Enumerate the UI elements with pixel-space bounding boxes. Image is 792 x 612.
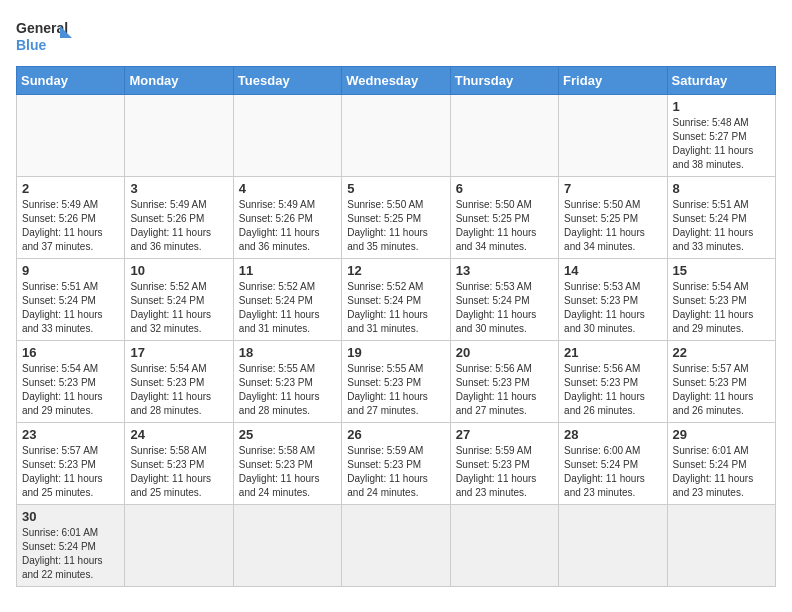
day-number: 10: [130, 263, 227, 278]
day-info: Sunrise: 5:51 AM Sunset: 5:24 PM Dayligh…: [673, 198, 770, 254]
calendar-cell: [125, 95, 233, 177]
week-row-5: 23Sunrise: 5:57 AM Sunset: 5:23 PM Dayli…: [17, 423, 776, 505]
day-number: 3: [130, 181, 227, 196]
calendar-cell: 13Sunrise: 5:53 AM Sunset: 5:24 PM Dayli…: [450, 259, 558, 341]
day-info: Sunrise: 6:01 AM Sunset: 5:24 PM Dayligh…: [22, 526, 119, 582]
day-number: 7: [564, 181, 661, 196]
calendar-cell: 27Sunrise: 5:59 AM Sunset: 5:23 PM Dayli…: [450, 423, 558, 505]
calendar-cell: 7Sunrise: 5:50 AM Sunset: 5:25 PM Daylig…: [559, 177, 667, 259]
day-number: 13: [456, 263, 553, 278]
day-number: 17: [130, 345, 227, 360]
generalblue-logo-icon: GeneralBlue: [16, 16, 76, 56]
calendar-cell: [17, 95, 125, 177]
days-header-row: SundayMondayTuesdayWednesdayThursdayFrid…: [17, 67, 776, 95]
day-number: 28: [564, 427, 661, 442]
calendar-cell: [559, 505, 667, 587]
calendar-cell: 30Sunrise: 6:01 AM Sunset: 5:24 PM Dayli…: [17, 505, 125, 587]
calendar-cell: 15Sunrise: 5:54 AM Sunset: 5:23 PM Dayli…: [667, 259, 775, 341]
calendar-cell: 28Sunrise: 6:00 AM Sunset: 5:24 PM Dayli…: [559, 423, 667, 505]
week-row-3: 9Sunrise: 5:51 AM Sunset: 5:24 PM Daylig…: [17, 259, 776, 341]
day-number: 18: [239, 345, 336, 360]
calendar-cell: 25Sunrise: 5:58 AM Sunset: 5:23 PM Dayli…: [233, 423, 341, 505]
day-info: Sunrise: 5:54 AM Sunset: 5:23 PM Dayligh…: [130, 362, 227, 418]
header-sunday: Sunday: [17, 67, 125, 95]
calendar-cell: 3Sunrise: 5:49 AM Sunset: 5:26 PM Daylig…: [125, 177, 233, 259]
day-info: Sunrise: 5:53 AM Sunset: 5:23 PM Dayligh…: [564, 280, 661, 336]
day-number: 1: [673, 99, 770, 114]
day-number: 2: [22, 181, 119, 196]
day-info: Sunrise: 5:54 AM Sunset: 5:23 PM Dayligh…: [673, 280, 770, 336]
day-info: Sunrise: 5:55 AM Sunset: 5:23 PM Dayligh…: [239, 362, 336, 418]
day-number: 20: [456, 345, 553, 360]
header-friday: Friday: [559, 67, 667, 95]
day-info: Sunrise: 5:56 AM Sunset: 5:23 PM Dayligh…: [456, 362, 553, 418]
day-number: 6: [456, 181, 553, 196]
logo: GeneralBlue: [16, 16, 76, 56]
day-info: Sunrise: 5:58 AM Sunset: 5:23 PM Dayligh…: [130, 444, 227, 500]
day-number: 23: [22, 427, 119, 442]
calendar-cell: 16Sunrise: 5:54 AM Sunset: 5:23 PM Dayli…: [17, 341, 125, 423]
header-tuesday: Tuesday: [233, 67, 341, 95]
calendar-cell: 24Sunrise: 5:58 AM Sunset: 5:23 PM Dayli…: [125, 423, 233, 505]
week-row-6: 30Sunrise: 6:01 AM Sunset: 5:24 PM Dayli…: [17, 505, 776, 587]
calendar-cell: 20Sunrise: 5:56 AM Sunset: 5:23 PM Dayli…: [450, 341, 558, 423]
day-number: 8: [673, 181, 770, 196]
calendar-cell: [342, 505, 450, 587]
calendar-cell: 21Sunrise: 5:56 AM Sunset: 5:23 PM Dayli…: [559, 341, 667, 423]
calendar-cell: 29Sunrise: 6:01 AM Sunset: 5:24 PM Dayli…: [667, 423, 775, 505]
week-row-4: 16Sunrise: 5:54 AM Sunset: 5:23 PM Dayli…: [17, 341, 776, 423]
calendar-cell: 4Sunrise: 5:49 AM Sunset: 5:26 PM Daylig…: [233, 177, 341, 259]
day-info: Sunrise: 5:49 AM Sunset: 5:26 PM Dayligh…: [22, 198, 119, 254]
calendar-cell: 14Sunrise: 5:53 AM Sunset: 5:23 PM Dayli…: [559, 259, 667, 341]
calendar-cell: 9Sunrise: 5:51 AM Sunset: 5:24 PM Daylig…: [17, 259, 125, 341]
day-info: Sunrise: 5:50 AM Sunset: 5:25 PM Dayligh…: [456, 198, 553, 254]
day-info: Sunrise: 5:57 AM Sunset: 5:23 PM Dayligh…: [22, 444, 119, 500]
day-number: 27: [456, 427, 553, 442]
day-number: 26: [347, 427, 444, 442]
header-saturday: Saturday: [667, 67, 775, 95]
calendar-cell: 22Sunrise: 5:57 AM Sunset: 5:23 PM Dayli…: [667, 341, 775, 423]
day-info: Sunrise: 5:48 AM Sunset: 5:27 PM Dayligh…: [673, 116, 770, 172]
day-info: Sunrise: 5:59 AM Sunset: 5:23 PM Dayligh…: [456, 444, 553, 500]
day-number: 30: [22, 509, 119, 524]
day-number: 14: [564, 263, 661, 278]
header-monday: Monday: [125, 67, 233, 95]
day-number: 22: [673, 345, 770, 360]
week-row-2: 2Sunrise: 5:49 AM Sunset: 5:26 PM Daylig…: [17, 177, 776, 259]
day-number: 15: [673, 263, 770, 278]
day-info: Sunrise: 5:51 AM Sunset: 5:24 PM Dayligh…: [22, 280, 119, 336]
page-header: GeneralBlue: [16, 16, 776, 56]
calendar-cell: [450, 95, 558, 177]
calendar-cell: [233, 95, 341, 177]
calendar-cell: 6Sunrise: 5:50 AM Sunset: 5:25 PM Daylig…: [450, 177, 558, 259]
calendar-cell: 5Sunrise: 5:50 AM Sunset: 5:25 PM Daylig…: [342, 177, 450, 259]
day-number: 25: [239, 427, 336, 442]
day-info: Sunrise: 5:52 AM Sunset: 5:24 PM Dayligh…: [239, 280, 336, 336]
day-info: Sunrise: 5:59 AM Sunset: 5:23 PM Dayligh…: [347, 444, 444, 500]
calendar-cell: 8Sunrise: 5:51 AM Sunset: 5:24 PM Daylig…: [667, 177, 775, 259]
calendar-cell: 12Sunrise: 5:52 AM Sunset: 5:24 PM Dayli…: [342, 259, 450, 341]
header-thursday: Thursday: [450, 67, 558, 95]
day-number: 21: [564, 345, 661, 360]
day-info: Sunrise: 5:53 AM Sunset: 5:24 PM Dayligh…: [456, 280, 553, 336]
day-info: Sunrise: 5:57 AM Sunset: 5:23 PM Dayligh…: [673, 362, 770, 418]
calendar-cell: [667, 505, 775, 587]
day-info: Sunrise: 5:50 AM Sunset: 5:25 PM Dayligh…: [347, 198, 444, 254]
calendar-cell: 18Sunrise: 5:55 AM Sunset: 5:23 PM Dayli…: [233, 341, 341, 423]
week-row-1: 1Sunrise: 5:48 AM Sunset: 5:27 PM Daylig…: [17, 95, 776, 177]
calendar-cell: 26Sunrise: 5:59 AM Sunset: 5:23 PM Dayli…: [342, 423, 450, 505]
day-info: Sunrise: 5:50 AM Sunset: 5:25 PM Dayligh…: [564, 198, 661, 254]
calendar-cell: 11Sunrise: 5:52 AM Sunset: 5:24 PM Dayli…: [233, 259, 341, 341]
day-info: Sunrise: 5:55 AM Sunset: 5:23 PM Dayligh…: [347, 362, 444, 418]
calendar-cell: 23Sunrise: 5:57 AM Sunset: 5:23 PM Dayli…: [17, 423, 125, 505]
svg-text:Blue: Blue: [16, 37, 47, 53]
day-number: 29: [673, 427, 770, 442]
day-info: Sunrise: 5:49 AM Sunset: 5:26 PM Dayligh…: [130, 198, 227, 254]
calendar-cell: [450, 505, 558, 587]
day-number: 24: [130, 427, 227, 442]
day-number: 4: [239, 181, 336, 196]
day-info: Sunrise: 5:58 AM Sunset: 5:23 PM Dayligh…: [239, 444, 336, 500]
calendar-cell: 19Sunrise: 5:55 AM Sunset: 5:23 PM Dayli…: [342, 341, 450, 423]
day-number: 12: [347, 263, 444, 278]
calendar-cell: 17Sunrise: 5:54 AM Sunset: 5:23 PM Dayli…: [125, 341, 233, 423]
